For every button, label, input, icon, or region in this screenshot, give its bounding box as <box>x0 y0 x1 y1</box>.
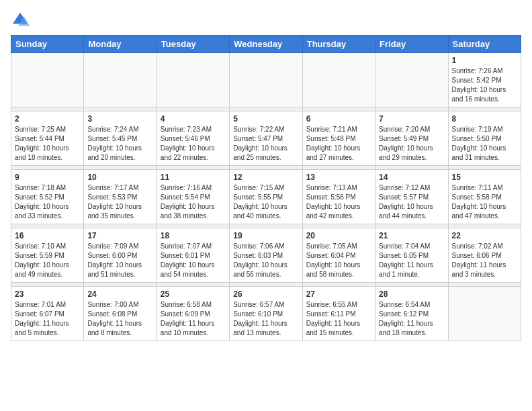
calendar-cell: 8Sunrise: 7:19 AM Sunset: 5:50 PM Daylig… <box>448 111 521 166</box>
calendar-cell: 2Sunrise: 7:25 AM Sunset: 5:44 PM Daylig… <box>11 111 84 166</box>
calendar-cell: 11Sunrise: 7:16 AM Sunset: 5:54 PM Dayli… <box>157 170 229 224</box>
day-info: Sunrise: 7:02 AM Sunset: 6:06 PM Dayligh… <box>452 242 517 279</box>
calendar-cell: 5Sunrise: 7:22 AM Sunset: 5:47 PM Daylig… <box>230 111 302 166</box>
calendar-cell: 23Sunrise: 7:01 AM Sunset: 6:07 PM Dayli… <box>11 287 84 341</box>
calendar-cell: 17Sunrise: 7:09 AM Sunset: 6:00 PM Dayli… <box>84 228 157 283</box>
day-number: 17 <box>87 231 152 240</box>
day-info: Sunrise: 7:24 AM Sunset: 5:45 PM Dayligh… <box>87 125 152 163</box>
day-number: 9 <box>15 173 80 182</box>
calendar-cell: 22Sunrise: 7:02 AM Sunset: 6:06 PM Dayli… <box>448 228 521 283</box>
weekday-header-row: SundayMondayTuesdayWednesdayThursdayFrid… <box>11 36 521 53</box>
day-number: 13 <box>306 173 371 182</box>
calendar-cell: 25Sunrise: 6:58 AM Sunset: 6:09 PM Dayli… <box>157 287 229 341</box>
day-number: 28 <box>379 289 444 299</box>
day-number: 16 <box>15 231 80 240</box>
day-number: 27 <box>306 289 371 299</box>
day-info: Sunrise: 7:10 AM Sunset: 5:59 PM Dayligh… <box>15 242 80 279</box>
day-info: Sunrise: 7:04 AM Sunset: 6:05 PM Dayligh… <box>379 242 444 279</box>
day-number: 4 <box>161 114 226 124</box>
calendar-week-row: 9Sunrise: 7:18 AM Sunset: 5:52 PM Daylig… <box>11 170 521 224</box>
day-number: 22 <box>452 231 517 240</box>
day-number: 15 <box>452 173 517 182</box>
day-number: 6 <box>306 114 371 124</box>
weekday-header-tuesday: Tuesday <box>157 36 229 53</box>
day-number: 11 <box>161 173 226 182</box>
day-number: 2 <box>15 114 80 124</box>
day-info: Sunrise: 7:26 AM Sunset: 5:42 PM Dayligh… <box>452 66 517 104</box>
day-number: 1 <box>452 56 517 65</box>
day-info: Sunrise: 7:12 AM Sunset: 5:57 PM Dayligh… <box>379 183 444 221</box>
day-info: Sunrise: 6:58 AM Sunset: 6:09 PM Dayligh… <box>161 300 226 338</box>
calendar-cell <box>157 53 229 107</box>
day-info: Sunrise: 7:17 AM Sunset: 5:53 PM Dayligh… <box>87 183 152 221</box>
day-info: Sunrise: 7:21 AM Sunset: 5:48 PM Dayligh… <box>306 125 371 163</box>
day-number: 20 <box>306 231 371 240</box>
day-number: 25 <box>161 289 226 299</box>
day-info: Sunrise: 7:19 AM Sunset: 5:50 PM Dayligh… <box>452 125 517 163</box>
day-info: Sunrise: 7:20 AM Sunset: 5:49 PM Dayligh… <box>379 125 444 163</box>
calendar-cell: 21Sunrise: 7:04 AM Sunset: 6:05 PM Dayli… <box>375 228 448 283</box>
weekday-header-saturday: Saturday <box>448 36 521 53</box>
day-info: Sunrise: 6:54 AM Sunset: 6:12 PM Dayligh… <box>379 300 444 338</box>
logo-icon <box>11 11 30 30</box>
weekday-header-thursday: Thursday <box>302 36 375 53</box>
day-number: 3 <box>87 114 152 124</box>
calendar-cell <box>11 53 84 107</box>
calendar-cell: 14Sunrise: 7:12 AM Sunset: 5:57 PM Dayli… <box>375 170 448 224</box>
day-number: 14 <box>379 173 444 182</box>
day-info: Sunrise: 7:06 AM Sunset: 6:03 PM Dayligh… <box>233 242 298 279</box>
day-number: 24 <box>87 289 152 299</box>
calendar-cell: 28Sunrise: 6:54 AM Sunset: 6:12 PM Dayli… <box>375 287 448 341</box>
day-info: Sunrise: 7:15 AM Sunset: 5:55 PM Dayligh… <box>233 183 298 221</box>
calendar-cell: 15Sunrise: 7:11 AM Sunset: 5:58 PM Dayli… <box>448 170 521 224</box>
day-info: Sunrise: 7:23 AM Sunset: 5:46 PM Dayligh… <box>161 125 226 163</box>
weekday-header-monday: Monday <box>84 36 157 53</box>
calendar-cell: 26Sunrise: 6:57 AM Sunset: 6:10 PM Dayli… <box>230 287 302 341</box>
calendar-cell: 24Sunrise: 7:00 AM Sunset: 6:08 PM Dayli… <box>84 287 157 341</box>
day-number: 19 <box>233 231 298 240</box>
page-header <box>11 11 521 30</box>
day-info: Sunrise: 7:16 AM Sunset: 5:54 PM Dayligh… <box>161 183 226 221</box>
weekday-header-wednesday: Wednesday <box>230 36 302 53</box>
calendar-cell: 20Sunrise: 7:05 AM Sunset: 6:04 PM Dayli… <box>302 228 375 283</box>
calendar-cell: 6Sunrise: 7:21 AM Sunset: 5:48 PM Daylig… <box>302 111 375 166</box>
day-number: 8 <box>452 114 517 124</box>
day-info: Sunrise: 7:22 AM Sunset: 5:47 PM Dayligh… <box>233 125 298 163</box>
day-number: 18 <box>161 231 226 240</box>
day-info: Sunrise: 7:13 AM Sunset: 5:56 PM Dayligh… <box>306 183 371 221</box>
calendar-cell <box>375 53 448 107</box>
day-number: 7 <box>379 114 444 124</box>
day-info: Sunrise: 7:00 AM Sunset: 6:08 PM Dayligh… <box>87 300 152 338</box>
day-info: Sunrise: 7:01 AM Sunset: 6:07 PM Dayligh… <box>15 300 80 338</box>
day-info: Sunrise: 6:57 AM Sunset: 6:10 PM Dayligh… <box>233 300 298 338</box>
calendar-week-row: 1Sunrise: 7:26 AM Sunset: 5:42 PM Daylig… <box>11 53 521 107</box>
calendar-cell <box>84 53 157 107</box>
day-number: 26 <box>233 289 298 299</box>
day-info: Sunrise: 7:07 AM Sunset: 6:01 PM Dayligh… <box>161 242 226 279</box>
weekday-header-friday: Friday <box>375 36 448 53</box>
calendar-cell: 1Sunrise: 7:26 AM Sunset: 5:42 PM Daylig… <box>448 53 521 107</box>
calendar-cell: 18Sunrise: 7:07 AM Sunset: 6:01 PM Dayli… <box>157 228 229 283</box>
day-number: 12 <box>233 173 298 182</box>
calendar-cell: 4Sunrise: 7:23 AM Sunset: 5:46 PM Daylig… <box>157 111 229 166</box>
calendar-week-row: 23Sunrise: 7:01 AM Sunset: 6:07 PM Dayli… <box>11 287 521 341</box>
calendar-cell: 9Sunrise: 7:18 AM Sunset: 5:52 PM Daylig… <box>11 170 84 224</box>
day-info: Sunrise: 6:55 AM Sunset: 6:11 PM Dayligh… <box>306 300 371 338</box>
weekday-header-sunday: Sunday <box>11 36 84 53</box>
calendar-cell: 27Sunrise: 6:55 AM Sunset: 6:11 PM Dayli… <box>302 287 375 341</box>
calendar-week-row: 2Sunrise: 7:25 AM Sunset: 5:44 PM Daylig… <box>11 111 521 166</box>
logo <box>11 11 32 30</box>
calendar-cell: 13Sunrise: 7:13 AM Sunset: 5:56 PM Dayli… <box>302 170 375 224</box>
calendar-cell <box>302 53 375 107</box>
calendar-cell: 16Sunrise: 7:10 AM Sunset: 5:59 PM Dayli… <box>11 228 84 283</box>
day-info: Sunrise: 7:05 AM Sunset: 6:04 PM Dayligh… <box>306 242 371 279</box>
calendar-cell <box>230 53 302 107</box>
calendar-table: SundayMondayTuesdayWednesdayThursdayFrid… <box>11 35 521 341</box>
calendar-cell: 7Sunrise: 7:20 AM Sunset: 5:49 PM Daylig… <box>375 111 448 166</box>
calendar-cell: 19Sunrise: 7:06 AM Sunset: 6:03 PM Dayli… <box>230 228 302 283</box>
calendar-cell: 12Sunrise: 7:15 AM Sunset: 5:55 PM Dayli… <box>230 170 302 224</box>
day-info: Sunrise: 7:11 AM Sunset: 5:58 PM Dayligh… <box>452 183 517 221</box>
day-number: 21 <box>379 231 444 240</box>
day-info: Sunrise: 7:18 AM Sunset: 5:52 PM Dayligh… <box>15 183 80 221</box>
day-number: 23 <box>15 289 80 299</box>
